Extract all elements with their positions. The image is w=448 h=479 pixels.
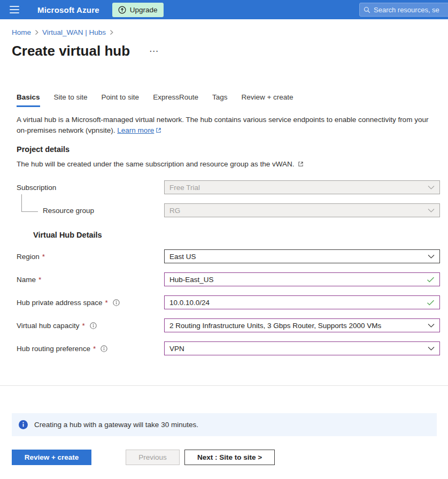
routing-preference-row: Hub routing preference* VPN bbox=[17, 341, 440, 355]
routing-preference-label: Hub routing preference* bbox=[17, 345, 164, 353]
tab-point-to-site[interactable]: Point to site bbox=[102, 93, 140, 107]
upgrade-arrow-icon bbox=[118, 6, 126, 14]
next-site-to-site-button[interactable]: Next : Site to site > bbox=[184, 450, 275, 465]
info-banner: Creating a hub with a gateway will take … bbox=[12, 413, 437, 436]
breadcrumb-chevron-icon bbox=[110, 29, 113, 35]
address-space-input[interactable]: 10.0.10.0/24 bbox=[164, 295, 440, 309]
info-icon[interactable] bbox=[113, 299, 120, 306]
upgrade-button[interactable]: Upgrade bbox=[112, 3, 164, 17]
required-marker: * bbox=[93, 345, 96, 353]
required-marker: * bbox=[105, 299, 108, 307]
chevron-down-icon bbox=[428, 346, 435, 351]
breadcrumb: Home Virtual_WAN | Hubs bbox=[12, 28, 448, 36]
resource-group-select: RG bbox=[164, 203, 440, 217]
capacity-row: Virtual hub capacity* 2 Routing Infrastr… bbox=[17, 318, 440, 332]
external-link-icon bbox=[298, 161, 304, 169]
valid-check-icon bbox=[427, 300, 435, 306]
capacity-select[interactable]: 2 Routing Infrastructure Units, 3 Gbps R… bbox=[164, 318, 440, 332]
hierarchy-connector bbox=[21, 194, 38, 212]
tab-expressroute[interactable]: ExpressRoute bbox=[153, 93, 198, 107]
project-details-description: The hub will be created under the same s… bbox=[17, 160, 448, 169]
resource-group-label: Resource group bbox=[17, 207, 164, 215]
wizard-tabs: Basics Site to site Point to site Expres… bbox=[17, 93, 448, 107]
capacity-label: Virtual hub capacity* bbox=[17, 322, 164, 330]
tab-review-create[interactable]: Review + create bbox=[241, 93, 293, 107]
global-search bbox=[359, 3, 448, 17]
subscription-select: Free Trial bbox=[164, 180, 440, 194]
breadcrumb-chevron-icon bbox=[35, 29, 38, 35]
tab-tags[interactable]: Tags bbox=[212, 93, 228, 107]
upgrade-label: Upgrade bbox=[130, 6, 158, 14]
intro-text: A virtual hub is a Microsoft-managed vir… bbox=[17, 115, 440, 136]
chevron-down-icon bbox=[428, 208, 435, 213]
basics-form: Subscription Free Trial Resource group R… bbox=[17, 180, 440, 355]
required-marker: * bbox=[38, 276, 41, 284]
chevron-down-icon bbox=[428, 323, 435, 328]
resource-group-row: Resource group RG bbox=[17, 203, 440, 217]
valid-check-icon bbox=[427, 277, 435, 283]
info-icon[interactable] bbox=[101, 345, 107, 352]
review-create-button[interactable]: Review + create bbox=[12, 450, 91, 465]
chevron-down-icon bbox=[428, 185, 435, 190]
name-label: Name* bbox=[17, 276, 164, 284]
region-label: Region* bbox=[17, 253, 164, 261]
chevron-down-icon bbox=[428, 254, 435, 259]
page-title: Create virtual hub bbox=[12, 43, 130, 59]
section-divider bbox=[0, 385, 448, 386]
routing-preference-select[interactable]: VPN bbox=[164, 341, 440, 355]
breadcrumb-home[interactable]: Home bbox=[12, 28, 31, 36]
previous-button: Previous bbox=[126, 450, 180, 465]
region-row: Region* East US bbox=[17, 249, 440, 263]
footer-actions: Review + create Previous Next : Site to … bbox=[12, 450, 448, 465]
subscription-row: Subscription Free Trial bbox=[17, 180, 440, 194]
info-filled-icon bbox=[19, 420, 28, 429]
azure-brand[interactable]: Microsoft Azure bbox=[37, 5, 99, 14]
tab-site-to-site[interactable]: Site to site bbox=[54, 93, 88, 107]
banner-message: Creating a hub with a gateway will take … bbox=[34, 421, 198, 429]
intro-sentence: A virtual hub is a Microsoft-managed vir… bbox=[17, 116, 428, 134]
info-icon[interactable] bbox=[90, 322, 97, 329]
tab-basics[interactable]: Basics bbox=[17, 93, 40, 107]
region-select[interactable]: East US bbox=[164, 249, 440, 263]
search-input[interactable] bbox=[374, 6, 447, 14]
subscription-label: Subscription bbox=[17, 184, 164, 192]
external-link-icon bbox=[156, 127, 161, 135]
address-space-row: Hub private address space* 10.0.10.0/24 bbox=[17, 295, 440, 309]
menu-icon[interactable] bbox=[7, 5, 21, 14]
hub-details-heading: Virtual Hub Details bbox=[33, 231, 440, 239]
address-space-label: Hub private address space* bbox=[17, 299, 164, 307]
breadcrumb-vwan-hubs[interactable]: Virtual_WAN | Hubs bbox=[42, 28, 106, 36]
name-input[interactable]: Hub-East_US bbox=[164, 272, 440, 286]
required-marker: * bbox=[42, 253, 45, 261]
project-details-heading: Project details bbox=[17, 145, 448, 154]
search-icon bbox=[364, 6, 370, 13]
more-options-button[interactable]: ⋯ bbox=[147, 44, 161, 58]
required-marker: * bbox=[82, 322, 85, 330]
learn-more-link[interactable]: Learn more bbox=[117, 126, 154, 134]
name-row: Name* Hub-East_US bbox=[17, 272, 440, 286]
top-app-bar: Microsoft Azure Upgrade bbox=[0, 0, 448, 19]
